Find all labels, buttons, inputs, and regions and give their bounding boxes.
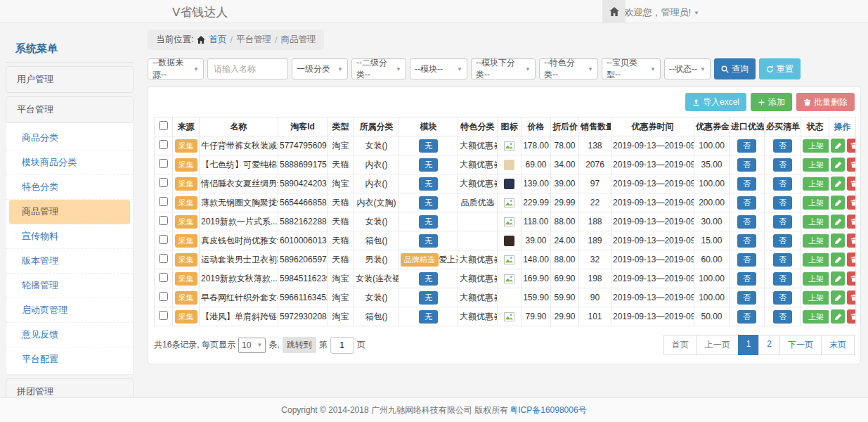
must-buy-toggle[interactable]: 否	[773, 177, 792, 191]
must-buy-toggle[interactable]: 否	[773, 215, 792, 229]
edit-button[interactable]	[831, 309, 845, 324]
category1-select[interactable]: 一级分类▼	[292, 58, 348, 79]
row-checkbox[interactable]	[159, 235, 168, 244]
edit-button[interactable]	[831, 290, 845, 305]
sidebar-item-goods-manage[interactable]: 商品管理	[9, 200, 130, 224]
row-checkbox[interactable]	[159, 311, 168, 320]
row-checkbox[interactable]	[159, 292, 168, 301]
must-buy-toggle[interactable]: 否	[773, 234, 792, 248]
category2-select[interactable]: --二级分类--▼	[351, 58, 406, 79]
import-select-toggle[interactable]: 否	[737, 234, 756, 248]
sidebar-group-platform[interactable]: 平台管理	[6, 96, 134, 123]
module-none-badge[interactable]: 无	[419, 310, 438, 324]
import-select-toggle[interactable]: 否	[737, 253, 756, 267]
status-badge[interactable]: 上架	[803, 196, 829, 210]
import-select-toggle[interactable]: 否	[737, 177, 756, 191]
sidebar-item-carousel-manage[interactable]: 轮播管理	[6, 274, 133, 298]
sidebar-item-promo-material[interactable]: 宣传物料	[6, 224, 133, 249]
sidebar-item-feedback[interactable]: 意见反馈	[6, 323, 133, 347]
module-none-badge[interactable]: 无	[419, 234, 438, 248]
first-page-button[interactable]: 首页	[663, 335, 697, 355]
module-select[interactable]: --模块--▼	[410, 58, 467, 79]
page-2-button[interactable]: 2	[758, 335, 780, 355]
row-checkbox[interactable]	[159, 216, 168, 225]
jump-button[interactable]: 跳转到	[283, 337, 316, 353]
delete-button[interactable]	[847, 158, 856, 172]
must-buy-toggle[interactable]: 否	[773, 291, 792, 305]
sidebar-item-feature-category[interactable]: 特色分类	[6, 175, 133, 200]
import-select-toggle[interactable]: 否	[737, 158, 756, 172]
edit-button[interactable]	[831, 177, 845, 191]
module-none-badge[interactable]: 无	[419, 215, 438, 229]
add-button[interactable]: 添加	[751, 93, 792, 111]
status-badge[interactable]: 上架	[803, 177, 829, 191]
delete-button[interactable]	[847, 309, 856, 324]
delete-button[interactable]	[847, 234, 856, 248]
sidebar-item-splash-manage[interactable]: 启动页管理	[6, 298, 133, 323]
must-buy-toggle[interactable]: 否	[773, 158, 792, 172]
delete-button[interactable]	[847, 252, 856, 267]
import-select-toggle[interactable]: 否	[737, 310, 756, 324]
feature-select[interactable]: --特色分类--▼	[539, 58, 598, 79]
delete-button[interactable]	[847, 290, 856, 305]
page-number-input[interactable]	[330, 337, 354, 354]
status-badge[interactable]: 上架	[803, 291, 829, 305]
status-badge[interactable]: 上架	[803, 215, 829, 229]
row-checkbox[interactable]	[159, 178, 168, 187]
row-checkbox[interactable]	[159, 159, 168, 168]
prev-page-button[interactable]: 上一页	[697, 335, 739, 355]
edit-button[interactable]	[831, 234, 845, 248]
last-page-button[interactable]: 末页	[821, 335, 855, 355]
next-page-button[interactable]: 下一页	[779, 335, 822, 355]
item-type-select[interactable]: --宝贝类型--▼	[602, 58, 661, 79]
sidebar-item-version-manage[interactable]: 版本管理	[6, 249, 133, 274]
user-menu[interactable]: 欢迎您，管理员!▼	[624, 6, 699, 19]
status-badge[interactable]: 上架	[803, 158, 829, 172]
delete-button[interactable]	[847, 177, 856, 191]
reset-button[interactable]: 重置	[759, 58, 801, 79]
delete-button[interactable]	[847, 196, 856, 210]
module-none-badge[interactable]: 无	[419, 158, 438, 172]
sidebar-group-user[interactable]: 用户管理	[6, 66, 134, 93]
delete-button[interactable]	[847, 215, 856, 229]
import-select-toggle[interactable]: 否	[737, 291, 756, 305]
status-badge[interactable]: 上架	[803, 310, 829, 324]
import-select-toggle[interactable]: 否	[737, 139, 756, 153]
page-1-button[interactable]: 1	[738, 335, 760, 355]
per-page-select[interactable]: 10▼	[238, 338, 266, 353]
status-select[interactable]: --状态--▼	[664, 58, 711, 79]
edit-button[interactable]	[831, 158, 845, 172]
must-buy-toggle[interactable]: 否	[773, 196, 792, 210]
delete-button[interactable]	[847, 271, 856, 286]
data-source-select[interactable]: --数据来源--▼	[148, 58, 204, 79]
module-none-badge[interactable]: 无	[419, 139, 438, 153]
import-select-toggle[interactable]: 否	[737, 272, 756, 286]
module-none-badge[interactable]: 无	[419, 177, 438, 191]
module-none-badge[interactable]: 无	[419, 196, 438, 210]
sidebar-item-module-goods-category[interactable]: 模块商品分类	[6, 151, 133, 175]
edit-button[interactable]	[831, 215, 845, 229]
sidebar-item-goods-category[interactable]: 商品分类	[6, 126, 133, 151]
row-checkbox[interactable]	[159, 254, 168, 263]
home-button[interactable]	[602, 0, 626, 23]
breadcrumb-home-link[interactable]: 首页	[209, 34, 226, 46]
must-buy-toggle[interactable]: 否	[773, 310, 792, 324]
edit-button[interactable]	[831, 139, 845, 153]
module-sub-select[interactable]: --模块下分类--▼	[471, 58, 536, 79]
status-badge[interactable]: 上架	[803, 234, 829, 248]
icp-link[interactable]: 粤ICP备16098006号	[510, 404, 586, 416]
name-search-input[interactable]	[207, 58, 288, 79]
status-badge[interactable]: 上架	[803, 272, 829, 286]
must-buy-toggle[interactable]: 否	[773, 253, 792, 267]
must-buy-toggle[interactable]: 否	[773, 272, 792, 286]
status-badge[interactable]: 上架	[803, 139, 829, 153]
edit-button[interactable]	[831, 252, 845, 267]
import-excel-button[interactable]: 导入excel	[685, 93, 746, 111]
module-none-badge[interactable]: 无	[419, 272, 438, 286]
sidebar-item-platform-config[interactable]: 平台配置	[6, 347, 133, 371]
edit-button[interactable]	[831, 196, 845, 210]
module-none-badge[interactable]: 无	[419, 291, 438, 305]
row-checkbox[interactable]	[159, 273, 168, 282]
delete-button[interactable]	[847, 139, 856, 153]
bulk-delete-button[interactable]: 批量删除	[796, 93, 855, 111]
